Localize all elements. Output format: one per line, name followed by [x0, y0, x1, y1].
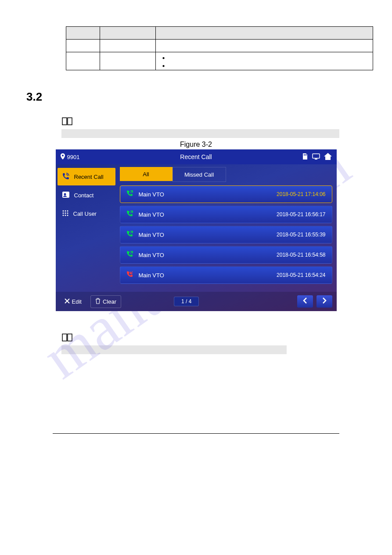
footer-bar: Edit Clear 1 / 4 [56, 292, 337, 311]
edit-button[interactable]: Edit [60, 296, 86, 307]
table-cell [156, 52, 373, 70]
sidebar: Recent Call Contact Call User [56, 164, 117, 292]
note-book-icon [61, 117, 74, 127]
call-time: 2018-05-21 16:56:17 [277, 211, 325, 218]
note-book-icon [61, 333, 74, 344]
note-bar [61, 129, 339, 138]
call-outgoing-icon [126, 210, 136, 219]
clear-button[interactable]: Clear [90, 295, 121, 308]
sidebar-item-label: Recent Call [74, 174, 104, 180]
page-indicator: 1 / 4 [174, 297, 199, 306]
call-name: Main VTO [139, 211, 277, 218]
screen-icon[interactable] [312, 153, 320, 161]
call-missed-icon [126, 271, 136, 279]
recent-call-screenshot: 9901 Recent Call Rece [56, 149, 337, 311]
recent-call-icon [62, 172, 70, 181]
prev-page-button[interactable] [297, 295, 313, 308]
call-outgoing-icon [126, 230, 136, 239]
svg-point-8 [65, 210, 66, 211]
room-number: 9901 [67, 154, 80, 160]
chevron-right-icon [322, 297, 327, 305]
call-list: Main VTO2018-05-21 17:14:06Main VTO2018-… [120, 185, 332, 284]
section-heading: 3.2 [26, 90, 366, 104]
home-icon[interactable] [324, 152, 332, 162]
note-bar [61, 345, 287, 354]
svg-point-7 [62, 210, 64, 211]
call-time: 2018-05-21 16:55:39 [277, 232, 325, 238]
svg-point-11 [65, 212, 66, 214]
sidebar-item-label: Contact [74, 192, 94, 199]
sd-card-icon[interactable] [302, 153, 309, 161]
svg-rect-4 [315, 159, 317, 160]
clear-label: Clear [103, 298, 116, 305]
page-footer-rule [53, 433, 339, 434]
sidebar-item-label: Call User [73, 210, 97, 217]
next-page-button[interactable] [316, 295, 332, 308]
table-cell [66, 40, 100, 52]
call-name: Main VTO [139, 191, 277, 198]
tab-missed-call[interactable]: Missed Call [173, 167, 226, 182]
svg-point-6 [64, 193, 66, 195]
location-pin-icon [60, 153, 65, 161]
call-row[interactable]: Main VTO2018-05-21 16:54:58 [120, 246, 332, 264]
sidebar-item-call-user[interactable]: Call User [58, 205, 115, 222]
chevron-left-icon [303, 297, 307, 305]
svg-point-15 [67, 214, 68, 216]
call-name: Main VTO [139, 272, 277, 279]
svg-rect-2 [306, 154, 307, 156]
table-cell [156, 40, 373, 52]
bullet-item [167, 53, 369, 61]
table-header-cell [100, 27, 156, 40]
call-name: Main VTO [139, 232, 277, 238]
call-row[interactable]: Main VTO2018-05-21 16:55:39 [120, 226, 332, 243]
figure-caption: Figure 3-2 [26, 141, 366, 149]
call-row[interactable]: Main VTO2018-05-21 16:56:17 [120, 206, 332, 223]
call-row[interactable]: Main VTO2018-05-21 16:54:24 [120, 266, 332, 284]
title-bar: 9901 Recent Call [56, 149, 337, 164]
svg-rect-0 [304, 154, 305, 156]
edit-label: Edit [72, 298, 82, 305]
svg-rect-1 [305, 154, 306, 156]
call-time: 2018-05-21 16:54:24 [277, 272, 325, 278]
table-cell [66, 52, 100, 70]
call-outgoing-icon [126, 250, 136, 259]
table-cell [100, 52, 156, 70]
table-header-cell [156, 27, 373, 40]
tab-all[interactable]: All [120, 167, 173, 181]
call-name: Main VTO [139, 252, 277, 258]
dialpad-icon [62, 210, 69, 218]
table-cell [100, 40, 156, 52]
svg-point-14 [65, 214, 66, 216]
call-time: 2018-05-21 16:54:58 [277, 252, 325, 258]
parameter-table [66, 26, 373, 70]
sidebar-item-recent-call[interactable]: Recent Call [58, 168, 115, 185]
table-header-cell [66, 27, 100, 40]
sidebar-item-contact[interactable]: Contact [58, 186, 115, 204]
svg-point-13 [62, 214, 64, 216]
svg-rect-3 [313, 154, 320, 158]
svg-point-9 [67, 210, 68, 211]
trash-icon [95, 298, 101, 305]
bullet-item [167, 61, 369, 69]
call-row[interactable]: Main VTO2018-05-21 17:14:06 [120, 185, 332, 203]
svg-point-10 [62, 212, 64, 214]
svg-point-12 [67, 212, 68, 214]
close-x-icon [65, 298, 70, 305]
contact-icon [62, 191, 70, 200]
page-title: Recent Call [180, 153, 212, 160]
call-outgoing-icon [126, 190, 136, 199]
call-time: 2018-05-21 17:14:06 [277, 191, 325, 197]
main-content: All Missed Call Main VTO2018-05-21 17:14… [117, 164, 337, 292]
